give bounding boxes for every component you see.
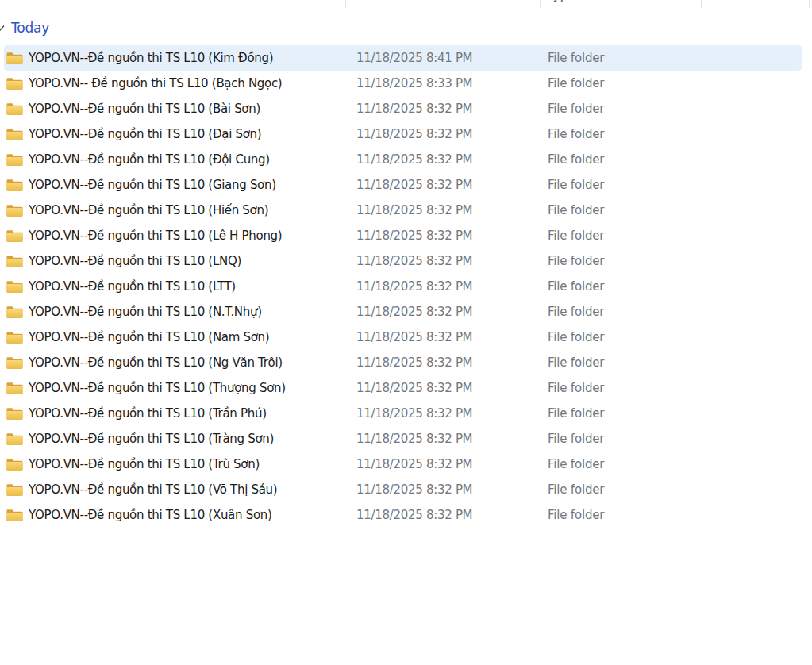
file-name[interactable]: YOPO.VN--Đề nguồn thi TS L10 (Bài Sơn) (29, 96, 344, 121)
file-row[interactable]: YOPO.VN--Đề nguồn thi TS L10 (Hiến Sơn) … (0, 198, 812, 223)
column-resize-handle[interactable] (701, 0, 702, 8)
file-name[interactable]: YOPO.VN-- Đề nguồn thi TS L10 (Bạch Ngọc… (29, 71, 344, 96)
file-date-modified: 11/18/2025 8:32 PM (356, 121, 536, 147)
file-row[interactable]: YOPO.VN--Đề nguồn thi TS L10 (Nam Sơn) 1… (0, 325, 812, 350)
file-type: File folder (548, 248, 698, 274)
file-name[interactable]: YOPO.VN--Đề nguồn thi TS L10 (Nam Sơn) (29, 325, 344, 350)
group-header-label[interactable]: Today (11, 20, 49, 36)
folder-icon (6, 426, 24, 452)
file-date-modified: 11/18/2025 8:32 PM (356, 172, 536, 198)
file-type: File folder (548, 96, 698, 121)
file-row[interactable]: YOPO.VN-- Đề nguồn thi TS L10 (Bạch Ngọc… (0, 71, 812, 96)
column-header-type[interactable]: Type (540, 0, 698, 8)
file-date-modified: 11/18/2025 8:32 PM (356, 325, 536, 350)
file-date-modified: 11/18/2025 8:32 PM (356, 350, 536, 375)
folder-icon (6, 121, 24, 147)
file-type: File folder (548, 121, 698, 147)
file-type: File folder (548, 147, 698, 172)
folder-icon (6, 502, 24, 528)
file-row[interactable]: YOPO.VN--Đề nguồn thi TS L10 (Trù Sơn) 1… (0, 452, 812, 477)
column-resize-handle[interactable] (345, 0, 346, 8)
file-name[interactable]: YOPO.VN--Đề nguồn thi TS L10 (Đại Sơn) (29, 121, 344, 147)
file-row[interactable]: YOPO.VN--Đề nguồn thi TS L10 (Trần Phú) … (0, 401, 812, 426)
file-type: File folder (548, 375, 698, 401)
file-name[interactable]: YOPO.VN--Đề nguồn thi TS L10 (Thượng Sơn… (29, 375, 344, 401)
folder-icon (6, 223, 24, 248)
file-name[interactable]: YOPO.VN--Đề nguồn thi TS L10 (Hiến Sơn) (29, 198, 344, 223)
chevron-down-icon[interactable] (0, 25, 5, 32)
file-name[interactable]: YOPO.VN--Đề nguồn thi TS L10 (Kim Đồng) (29, 45, 344, 71)
file-type: File folder (548, 401, 698, 426)
file-date-modified: 11/18/2025 8:32 PM (356, 147, 536, 172)
folder-icon (6, 477, 24, 502)
file-name[interactable]: YOPO.VN--Đề nguồn thi TS L10 (LTT) (29, 274, 344, 299)
file-date-modified: 11/18/2025 8:32 PM (356, 198, 536, 223)
file-row[interactable]: YOPO.VN--Đề nguồn thi TS L10 (Đại Sơn) 1… (0, 121, 812, 147)
file-type: File folder (548, 502, 698, 528)
file-date-modified: 11/18/2025 8:41 PM (356, 45, 536, 71)
file-date-modified: 11/18/2025 8:32 PM (356, 401, 536, 426)
folder-icon (6, 401, 24, 426)
file-name[interactable]: YOPO.VN--Đề nguồn thi TS L10 (Võ Thị Sáu… (29, 477, 344, 502)
file-date-modified: 11/18/2025 8:32 PM (356, 452, 536, 477)
file-type: File folder (548, 71, 698, 96)
file-type: File folder (548, 426, 698, 452)
folder-icon (6, 198, 24, 223)
file-date-modified: 11/18/2025 8:32 PM (356, 96, 536, 121)
file-row[interactable]: YOPO.VN--Đề nguồn thi TS L10 (Lê H Phong… (0, 223, 812, 248)
file-type: File folder (548, 45, 698, 71)
file-type: File folder (548, 325, 698, 350)
file-name[interactable]: YOPO.VN--Đề nguồn thi TS L10 (Lê H Phong… (29, 223, 344, 248)
group-header-today[interactable]: Today (0, 19, 317, 40)
file-name[interactable]: YOPO.VN--Đề nguồn thi TS L10 (Trần Phú) (29, 401, 344, 426)
file-name[interactable]: YOPO.VN--Đề nguồn thi TS L10 (LNQ) (29, 248, 344, 274)
file-date-modified: 11/18/2025 8:32 PM (356, 375, 536, 401)
file-name[interactable]: YOPO.VN--Đề nguồn thi TS L10 (Ng Văn Trỗ… (29, 350, 344, 375)
file-date-modified: 11/18/2025 8:32 PM (356, 248, 536, 274)
column-header-strip: Type (0, 0, 812, 8)
folder-icon (6, 96, 24, 121)
file-row[interactable]: YOPO.VN--Đề nguồn thi TS L10 (Tràng Sơn)… (0, 426, 812, 452)
column-resize-handle[interactable] (809, 0, 810, 8)
file-row[interactable]: YOPO.VN--Đề nguồn thi TS L10 (Ng Văn Trỗ… (0, 350, 812, 375)
file-type: File folder (548, 299, 698, 325)
file-row[interactable]: YOPO.VN--Đề nguồn thi TS L10 (LNQ) 11/18… (0, 248, 812, 274)
folder-icon (6, 375, 24, 401)
file-row[interactable]: YOPO.VN--Đề nguồn thi TS L10 (Võ Thị Sáu… (0, 477, 812, 502)
file-type: File folder (548, 223, 698, 248)
folder-icon (6, 299, 24, 325)
file-name[interactable]: YOPO.VN--Đề nguồn thi TS L10 (Đội Cung) (29, 147, 344, 172)
file-row[interactable]: YOPO.VN--Đề nguồn thi TS L10 (N.T.Nhự) 1… (0, 299, 812, 325)
file-date-modified: 11/18/2025 8:33 PM (356, 71, 536, 96)
file-name[interactable]: YOPO.VN--Đề nguồn thi TS L10 (N.T.Nhự) (29, 299, 344, 325)
folder-icon (6, 350, 24, 375)
file-date-modified: 11/18/2025 8:32 PM (356, 274, 536, 299)
file-row[interactable]: YOPO.VN--Đề nguồn thi TS L10 (Kim Đồng) … (0, 45, 812, 71)
folder-icon (6, 71, 24, 96)
file-row[interactable]: YOPO.VN--Đề nguồn thi TS L10 (LTT) 11/18… (0, 274, 812, 299)
file-row[interactable]: YOPO.VN--Đề nguồn thi TS L10 (Bài Sơn) 1… (0, 96, 812, 121)
file-date-modified: 11/18/2025 8:32 PM (356, 299, 536, 325)
file-row[interactable]: YOPO.VN--Đề nguồn thi TS L10 (Giang Sơn)… (0, 172, 812, 198)
file-list: YOPO.VN--Đề nguồn thi TS L10 (Kim Đồng) … (0, 45, 812, 528)
folder-icon (6, 45, 24, 71)
file-type: File folder (548, 452, 698, 477)
file-date-modified: 11/18/2025 8:32 PM (356, 502, 536, 528)
file-name[interactable]: YOPO.VN--Đề nguồn thi TS L10 (Giang Sơn) (29, 172, 344, 198)
column-header-type-label: Type (548, 0, 575, 2)
folder-icon (6, 147, 24, 172)
file-date-modified: 11/18/2025 8:32 PM (356, 477, 536, 502)
folder-icon (6, 172, 24, 198)
file-row[interactable]: YOPO.VN--Đề nguồn thi TS L10 (Đội Cung) … (0, 147, 812, 172)
file-date-modified: 11/18/2025 8:32 PM (356, 223, 536, 248)
file-type: File folder (548, 477, 698, 502)
file-row[interactable]: YOPO.VN--Đề nguồn thi TS L10 (Thượng Sơn… (0, 375, 812, 401)
file-name[interactable]: YOPO.VN--Đề nguồn thi TS L10 (Xuân Sơn) (29, 502, 344, 528)
file-name[interactable]: YOPO.VN--Đề nguồn thi TS L10 (Tràng Sơn) (29, 426, 344, 452)
file-row[interactable]: YOPO.VN--Đề nguồn thi TS L10 (Xuân Sơn) … (0, 502, 812, 528)
folder-icon (6, 274, 24, 299)
file-type: File folder (548, 172, 698, 198)
file-type: File folder (548, 274, 698, 299)
file-name[interactable]: YOPO.VN--Đề nguồn thi TS L10 (Trù Sơn) (29, 452, 344, 477)
folder-icon (6, 325, 24, 350)
